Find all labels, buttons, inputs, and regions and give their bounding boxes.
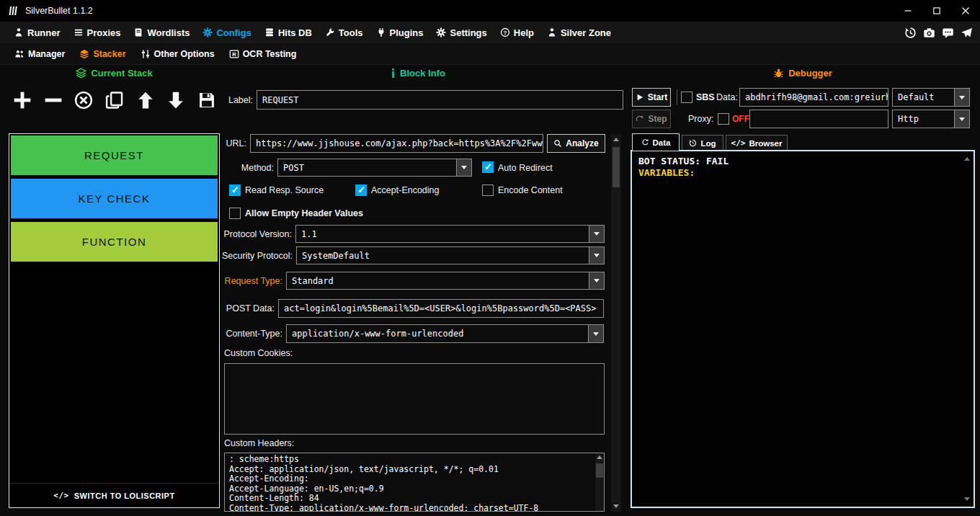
tab-label: Browser [749, 139, 782, 148]
proxy-input[interactable] [749, 110, 888, 128]
request-type-value: Standard [287, 272, 589, 289]
post-data-input[interactable]: act=login&login%5Bemail%5D=<USER>&login%… [278, 299, 604, 318]
x-circle-icon [74, 91, 93, 110]
telegram-icon[interactable] [961, 27, 973, 39]
menu-item-label: Plugins [390, 27, 424, 38]
chat-icon[interactable] [942, 27, 954, 39]
stack-block-keycheck[interactable]: KEY CHECK [11, 179, 218, 218]
chevron-down-icon [589, 272, 604, 289]
minimize-button[interactable] [894, 0, 922, 22]
block-info-header: Block Info [223, 68, 612, 79]
app-logo-icon [7, 5, 19, 17]
wrench-icon [325, 27, 335, 37]
tab-data[interactable]: Data [632, 133, 680, 151]
menu-item-runner[interactable]: Runner [7, 22, 67, 43]
database-icon [264, 27, 275, 37]
protocol-version-dropdown[interactable]: 1.1 [295, 225, 605, 243]
auto-redirect-label: Auto Redirect [498, 159, 553, 177]
menu-item-configs[interactable]: Configs [196, 22, 257, 43]
wordlist-type-value: Default [893, 89, 954, 106]
menu-item-tools[interactable]: Tools [318, 22, 370, 43]
url-input[interactable]: https://www.jjshouse.com/ajax.php?back=h… [250, 134, 543, 153]
menu-item-plugins[interactable]: Plugins [370, 22, 430, 43]
move-up-button[interactable] [135, 89, 156, 111]
current-stack-header: Current Stack [9, 68, 220, 79]
step-button[interactable]: Step [632, 110, 671, 128]
submenu-item-stacker[interactable]: Stacker [72, 43, 133, 64]
content-type-dropdown[interactable]: application/x-www-form-urlencoded [286, 324, 604, 343]
clear-stack-button[interactable] [73, 89, 94, 111]
add-block-button[interactable] [12, 89, 33, 111]
menu-item-silver-zone[interactable]: Silver Zone [540, 22, 618, 43]
submenu-item-manager[interactable]: Manager [7, 43, 72, 64]
protocol-version-caption: Protocol Version: [173, 225, 292, 243]
maximize-icon [932, 6, 941, 15]
debugger-console[interactable]: BOT STATUS: FAIL VARIABLES: [631, 150, 975, 508]
menu-item-proxies[interactable]: Proxies [67, 22, 128, 43]
tab-browser[interactable]: </> Browser [726, 135, 788, 151]
request-type-dropdown[interactable]: Standard [286, 272, 605, 290]
close-button[interactable] [951, 0, 980, 22]
app-window: SilverBullet 1.1.2 Runner Proxies Wordli… [0, 0, 980, 516]
proxy-type-dropdown[interactable]: Http [892, 110, 970, 128]
arrow-up-icon [136, 91, 155, 110]
read-resp-checkbox[interactable] [229, 184, 241, 196]
remove-block-button[interactable] [43, 89, 64, 111]
maximize-button[interactable] [922, 0, 951, 22]
chevron-down-icon [456, 159, 471, 176]
submenu-item-ocr-testing[interactable]: R OCR Testing [222, 43, 304, 64]
switch-to-loliscript-button[interactable]: </> SWITCH TO LOLISCRIPT [9, 483, 219, 507]
allow-empty-headers-checkbox[interactable] [229, 208, 241, 219]
stack-panel: REQUEST KEY CHECK FUNCTION </> SWITCH TO… [9, 133, 220, 508]
menu-item-wordlists[interactable]: Wordlists [127, 22, 196, 43]
runner-icon [14, 27, 24, 37]
menu-item-help[interactable]: ? Help [494, 22, 540, 43]
step-arrow-icon [636, 115, 644, 123]
camera-icon[interactable] [923, 27, 935, 39]
custom-headers-text: : scheme:https Accept: application/json,… [229, 454, 538, 512]
method-caption: Method: [173, 159, 274, 177]
sbs-checkbox[interactable] [681, 92, 692, 103]
submenu-item-other-options[interactable]: Other Options [133, 43, 222, 64]
layers-icon [79, 49, 89, 59]
duplicate-block-button[interactable] [104, 89, 125, 111]
menu-item-label: Configs [216, 27, 251, 38]
tab-log[interactable]: Log [682, 135, 723, 151]
divider [677, 89, 677, 105]
custom-headers-textarea[interactable]: : scheme:https Accept: application/json,… [224, 453, 605, 512]
label-input[interactable]: REQUEST [257, 90, 623, 110]
scroll-up-icon [597, 455, 602, 459]
menu-item-label: Hits DB [278, 27, 312, 38]
start-label: Start [648, 92, 667, 102]
data-input[interactable]: abdhrifh98@gmail.com:greiurh [739, 88, 888, 107]
proxy-checkbox[interactable] [718, 113, 729, 125]
analyze-button[interactable]: Analyze [547, 134, 605, 153]
method-dropdown[interactable]: POST [277, 159, 472, 177]
switch-to-loliscript-label: SWITCH TO LOLISCRIPT [74, 491, 175, 500]
menu-item-label: Wordlists [147, 27, 190, 38]
proxy-state-label: OFF [732, 110, 749, 128]
accept-encoding-checkbox[interactable] [355, 184, 367, 196]
history-icon[interactable] [904, 27, 917, 39]
headers-scrollbar[interactable] [595, 453, 604, 511]
menu-item-label: Settings [450, 27, 486, 38]
auto-redirect-checkbox[interactable] [482, 161, 494, 173]
scrollbar-thumb[interactable] [596, 463, 603, 478]
url-caption: URL: [173, 134, 246, 153]
scroll-up-icon [964, 157, 970, 161]
form-scrollbar[interactable] [611, 134, 621, 512]
security-protocol-dropdown[interactable]: SystemDefault [296, 246, 605, 264]
scrollbar-thumb[interactable] [612, 147, 620, 187]
chevron-down-icon [954, 89, 969, 106]
encode-content-checkbox[interactable] [482, 184, 494, 196]
menu-item-settings[interactable]: Settings [429, 22, 493, 43]
wordlist-type-dropdown[interactable]: Default [892, 88, 970, 107]
encode-content-label: Encode Content [498, 184, 563, 197]
start-button[interactable]: Start [632, 88, 671, 107]
custom-cookies-textarea[interactable] [224, 363, 605, 435]
menu-item-hits-db[interactable]: Hits DB [258, 22, 318, 43]
book-icon [133, 27, 143, 37]
play-icon [636, 93, 644, 102]
label-caption: Label: [173, 90, 253, 110]
variables-line: VARIABLES: [638, 167, 967, 179]
